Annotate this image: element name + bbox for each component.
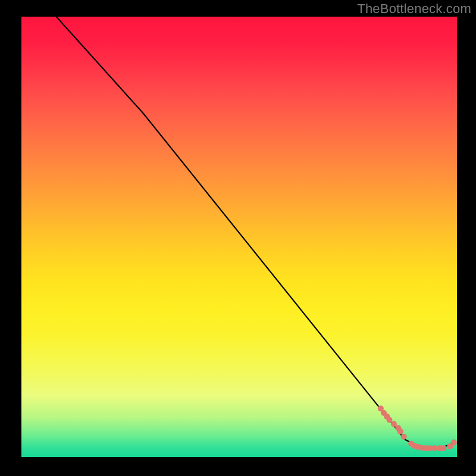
data-point xyxy=(387,417,393,423)
data-point xyxy=(451,440,457,446)
data-point xyxy=(397,428,403,434)
data-point xyxy=(431,445,437,451)
scatter-points xyxy=(378,406,457,452)
plot-svg xyxy=(21,17,457,457)
curve-line xyxy=(57,17,453,448)
data-point xyxy=(440,445,446,451)
watermark-text: TheBottleneck.com xyxy=(357,1,471,17)
bottleneck-curve-path xyxy=(57,17,453,448)
plot-area xyxy=(21,17,457,457)
data-point xyxy=(401,434,407,440)
chart-frame: TheBottleneck.com xyxy=(0,0,476,476)
